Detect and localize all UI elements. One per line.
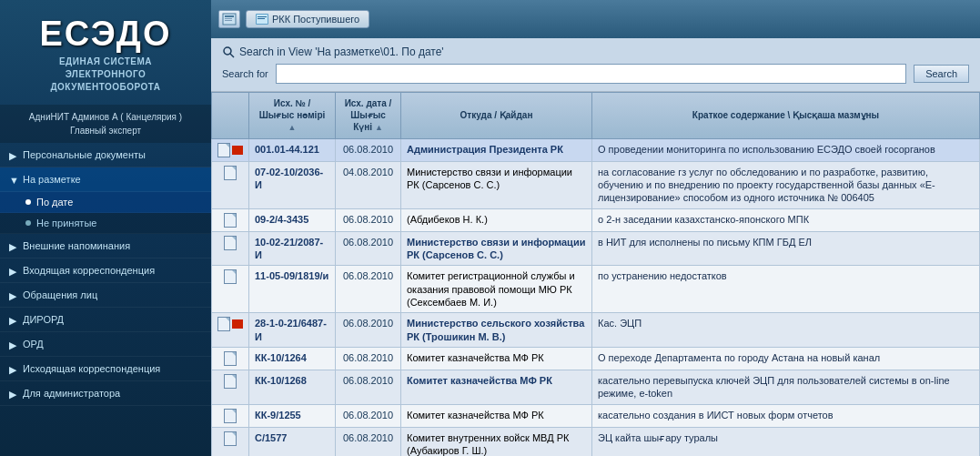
table-row[interactable]: С/157706.08.2010Комитет внутренних войск… (212, 427, 980, 456)
search-for-label: Search for (222, 68, 268, 79)
sidebar-item-podate[interactable]: По дате (0, 192, 211, 213)
row-num: КК-10/1264 (249, 347, 336, 370)
row-num: КК-9/1255 (249, 404, 336, 427)
row-from: Министерство связи и информации РК (Сарс… (401, 161, 592, 208)
document-icon (224, 351, 237, 366)
svg-rect-7 (258, 18, 265, 19)
nav-label: Внешние напоминания (23, 240, 130, 251)
logo-title: ЕСЭДО (11, 15, 200, 54)
row-icons (212, 370, 249, 404)
sort-asc-icon: ▲ (375, 123, 383, 132)
document-icon (224, 269, 237, 284)
row-content: О переходе Департамента по городу Астана… (592, 347, 980, 370)
arrow-icon: ▶ (9, 364, 18, 373)
svg-rect-2 (225, 18, 232, 19)
col-icons (212, 93, 249, 139)
row-date: 06.08.2010 (336, 347, 401, 370)
sidebar-item-appeals[interactable]: ▶ Обращения лиц (0, 283, 211, 308)
nav-sub-label: По дате (36, 197, 73, 208)
arrow-icon: ▶ (9, 339, 18, 349)
document-icon (224, 431, 237, 446)
arrow-icon: ▶ (9, 389, 18, 398)
nav-label: Входящая корреспонденция (23, 265, 155, 276)
row-date: 06.08.2010 (336, 138, 401, 161)
row-date: 06.08.2010 (336, 370, 401, 404)
arrow-icon: ▶ (9, 266, 18, 275)
document-icon (217, 143, 230, 157)
user-name: АдниНИТ Админов А ( Канцелярия ) (9, 110, 202, 124)
row-date: 06.08.2010 (336, 208, 401, 231)
table-row[interactable]: 07-02-10/2036-И04.08.2010Министерство св… (212, 161, 980, 208)
document-icon (224, 166, 237, 180)
rkk-button[interactable]: РКК Поступившего (246, 10, 369, 28)
svg-rect-3 (225, 20, 232, 21)
table-row[interactable]: 28-1-0-21/6487-И06.08.2010Министерство с… (212, 313, 980, 348)
sidebar-item-ord[interactable]: ▶ ОРД (0, 332, 211, 357)
row-from: Комитет казначейства МФ РК (401, 347, 592, 370)
nav-label: ДИРОРД (23, 314, 64, 325)
svg-point-8 (224, 47, 231, 55)
col-num[interactable]: Исх. № /Шығыс нөмірі ▲ (249, 93, 336, 139)
main-content: РКК Поступившего Search in View 'На разм… (211, 0, 980, 456)
arrow-icon: ▶ (9, 290, 18, 299)
nav-label: Исходящая корреспонденция (23, 363, 160, 374)
row-content: по устранению недостатков (592, 266, 980, 313)
table-row[interactable]: КК-10/126806.08.2010Комитет казначейства… (212, 370, 980, 404)
row-icons (212, 427, 249, 456)
row-from: Министерство сельского хозяйства РК (Тро… (401, 313, 592, 348)
row-num: 28-1-0-21/6487-И (249, 313, 336, 348)
sidebar-item-dirord[interactable]: ▶ ДИРОРД (0, 308, 211, 332)
top-bar: РКК Поступившего (211, 0, 980, 38)
row-icons (212, 161, 249, 208)
row-date: 04.08.2010 (336, 161, 401, 208)
data-table: Исх. № /Шығыс нөмірі ▲ Исх. дата /Шығыс … (211, 92, 980, 456)
table-row[interactable]: 001.01-44.12106.08.2010Администрация Пре… (212, 138, 980, 161)
search-button[interactable]: Search (914, 65, 969, 83)
row-icons (212, 231, 249, 266)
row-from: Комитет внутренних войск МВД РК (Аубакир… (401, 427, 592, 456)
flag-icon (232, 319, 243, 329)
document-icon (224, 236, 237, 250)
search-row: Search for Search (222, 64, 969, 84)
nav-label: Для администратора (23, 388, 120, 399)
row-content: на согласование гз услуг по обследованию… (592, 161, 980, 208)
row-content: О проведении мониторинга по использовани… (592, 138, 980, 161)
table-row[interactable]: КК-9/125506.08.2010Комитет казначейства … (212, 404, 980, 427)
sidebar-item-incoming[interactable]: ▶ Входящая корреспонденция (0, 258, 211, 283)
search-view-title: Search in View 'На разметке\01. По дате' (239, 46, 444, 58)
nav-sub-label: Не принятые (36, 218, 96, 228)
row-content: ЭЦ кайта шығару туралы (592, 427, 980, 456)
dot-icon (25, 199, 31, 205)
nav-label: ОРД (23, 339, 44, 350)
row-num: 001.01-44.121 (249, 138, 336, 161)
row-content: Кас. ЭЦП (592, 313, 980, 348)
logo-subtitle: ЕДИНАЯ СИСТЕМА ЭЛЕКТРОННОГО ДОКУМЕНТООБО… (11, 56, 200, 94)
sidebar-item-personal[interactable]: ▶ Персональные документы (0, 143, 211, 167)
row-content: о 2-н заседании казахстанско-японского М… (592, 208, 980, 231)
sidebar-item-reminders[interactable]: ▶ Внешние напоминания (0, 234, 211, 258)
user-info: АдниНИТ Админов А ( Канцелярия ) Главный… (0, 105, 211, 143)
row-from: Министерство связи и информации РК (Сарс… (401, 231, 592, 266)
document-icon (224, 374, 237, 389)
search-magnifier-icon (222, 46, 235, 58)
sidebar-item-admin[interactable]: ▶ Для администратора (0, 381, 211, 406)
row-content: в НИТ для исполнены по письму КПМ ГБД ЕЛ (592, 231, 980, 266)
search-input[interactable] (276, 64, 906, 84)
sidebar-item-outgoing[interactable]: ▶ Исходящая корреспонденция (0, 357, 211, 381)
table-row[interactable]: 09-2/4-343506.08.2010(Абдибеков Н. К.)о … (212, 208, 980, 231)
col-content: Краткое содержание \ Қысқаша мазмұны (592, 93, 980, 139)
sidebar-item-razmetka[interactable]: ▼ На разметке (0, 167, 211, 192)
table-row[interactable]: 10-02-21/2087-И06.08.2010Министерство св… (212, 231, 980, 266)
nav-label: Обращения лиц (23, 289, 97, 300)
svg-rect-6 (258, 16, 267, 17)
col-date[interactable]: Исх. дата /Шығыс Күні ▲ (336, 93, 401, 139)
table-container: Исх. № /Шығыс нөмірі ▲ Исх. дата /Шығыс … (211, 92, 980, 456)
table-row[interactable]: 11-05-09/1819/и06.08.2010Комитет регистр… (212, 266, 980, 313)
row-date: 06.08.2010 (336, 266, 401, 313)
sidebar-item-nepriniatye[interactable]: Не принятые (0, 213, 211, 234)
table-row[interactable]: КК-10/126406.08.2010Комитет казначейства… (212, 347, 980, 370)
row-num: С/1577 (249, 427, 336, 456)
document-icon (224, 409, 237, 423)
row-num: 11-05-09/1819/и (249, 266, 336, 313)
row-icons (212, 313, 249, 348)
